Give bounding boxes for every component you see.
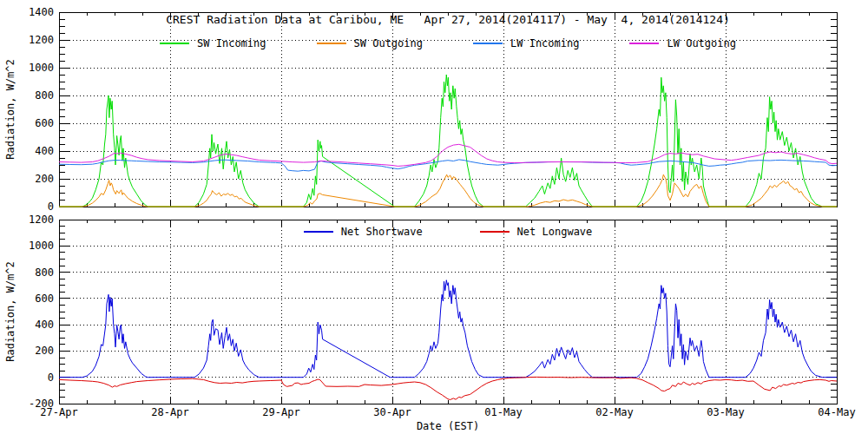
legend-line-lw-outgoing <box>629 43 659 44</box>
y-tick-label: 1200 <box>29 34 54 46</box>
x-tick-label: 27-Apr <box>40 406 77 418</box>
x-axis-title: Date (EST) <box>417 420 479 432</box>
x-tick-label: 29-Apr <box>262 406 299 418</box>
top-legend: SW Incoming SW Outgoing LW Incoming LW O… <box>59 37 837 49</box>
legend-label-net-shortwave: Net Shortwave <box>341 226 423 238</box>
y-tick-label: 400 <box>35 145 54 157</box>
legend-item-sw-incoming: SW Incoming <box>160 37 266 49</box>
radiation-plots-canvas: 0200400600800100012001400Radiation, W/m^… <box>0 0 868 434</box>
legend-item-net-shortwave: Net Shortwave <box>304 226 423 238</box>
x-tick-label: 04-May <box>818 406 855 418</box>
legend-line-net-shortwave <box>304 231 333 233</box>
legend-label-net-longwave: Net Longwave <box>517 226 593 238</box>
x-tick-label: 30-Apr <box>373 406 411 418</box>
series-net-shortwave <box>59 280 837 378</box>
y-tick-label: 1000 <box>29 240 54 252</box>
y-tick-label: 600 <box>35 117 54 129</box>
y-tick-label: 600 <box>35 293 54 305</box>
y-tick-label: 400 <box>35 319 54 331</box>
x-tick-label: 03-May <box>707 406 744 418</box>
legend-label-lw-outgoing: LW Outgoing <box>667 37 735 49</box>
y-tick-label: 0 <box>48 201 54 213</box>
legend-line-net-longwave <box>480 231 510 233</box>
series-sw-incoming <box>59 75 837 207</box>
legend-line-sw-outgoing <box>317 43 346 44</box>
y-tick-label: 1200 <box>29 214 54 226</box>
y-axis-title: Radiation, W/m^2 <box>4 261 16 362</box>
panel-frame <box>59 220 837 404</box>
y-tick-label: 1000 <box>29 62 54 74</box>
legend-label-lw-incoming: LW Incoming <box>510 37 579 49</box>
y-tick-label: 800 <box>35 266 54 279</box>
legend-label-sw-incoming: SW Incoming <box>197 37 266 49</box>
legend-line-lw-incoming <box>473 43 503 44</box>
bottom-legend: Net Shortwave Net Longwave <box>59 226 837 238</box>
x-tick-label: 02-May <box>595 406 633 418</box>
series-sw-outgoing <box>59 174 837 207</box>
chart-title: CREST Radiation Data at Caribou, ME Apr … <box>59 13 837 26</box>
radiation-dashboard: 0200400600800100012001400Radiation, W/m^… <box>0 0 868 434</box>
bottom-net-radiation-panel: -200020040060080010001200Radiation, W/m^… <box>4 214 856 432</box>
legend-label-sw-outgoing: SW Outgoing <box>354 37 423 49</box>
legend-item-net-longwave: Net Longwave <box>480 226 593 238</box>
y-tick-label: 1400 <box>29 6 54 18</box>
legend-item-lw-outgoing: LW Outgoing <box>629 37 735 49</box>
y-tick-label: 200 <box>35 345 54 357</box>
series-net-longwave <box>59 377 837 399</box>
y-tick-label: 800 <box>35 89 54 102</box>
legend-item-lw-incoming: LW Incoming <box>473 37 579 49</box>
x-tick-label: 01-May <box>484 406 522 418</box>
series-lw-outgoing <box>59 144 837 166</box>
y-tick-label: 0 <box>48 372 54 384</box>
x-tick-label: 28-Apr <box>151 406 188 418</box>
legend-line-sw-incoming <box>160 43 189 44</box>
y-tick-label: 200 <box>35 173 54 185</box>
legend-item-sw-outgoing: SW Outgoing <box>317 37 423 49</box>
y-axis-title: Radiation, W/m^2 <box>4 59 16 160</box>
